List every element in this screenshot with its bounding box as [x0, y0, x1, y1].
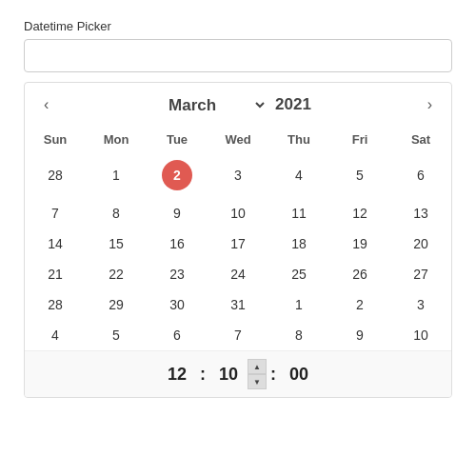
calendar-day: 7: [208, 320, 268, 350]
calendar-day[interactable]: 6: [390, 152, 451, 198]
calendar-day: 4: [25, 320, 86, 350]
calendar-day[interactable]: 28: [25, 289, 86, 320]
colon-1: :: [196, 365, 209, 385]
calendar-day[interactable]: 2: [147, 152, 208, 198]
calendar-day[interactable]: 27: [390, 259, 451, 289]
calendar-day[interactable]: 5: [329, 152, 390, 198]
picker-label: Datetime Picker: [24, 19, 452, 33]
calendar-day[interactable]: 31: [208, 289, 268, 320]
calendar-day: 10: [390, 320, 451, 350]
calendar-day[interactable]: 26: [329, 259, 390, 289]
year-display: 2021: [275, 95, 311, 114]
prev-month-button[interactable]: ‹: [36, 92, 56, 117]
weekday-tue: Tue: [147, 127, 208, 152]
minutes-group: 10 ▲ ▼: [209, 359, 267, 389]
calendar-day[interactable]: 19: [329, 228, 390, 259]
calendar-tbody: 2812345678910111213141516171819202122232…: [25, 152, 451, 350]
calendar-day[interactable]: 15: [86, 228, 147, 259]
calendar-day: 6: [147, 320, 208, 350]
calendar-day[interactable]: 21: [25, 259, 86, 289]
calendar-day: 9: [329, 320, 390, 350]
seconds-value: 00: [280, 365, 318, 385]
month-select[interactable]: JanuaryFebruaryMarchAprilMayJuneJulyAugu…: [165, 95, 268, 115]
calendar-row: 28123456: [25, 152, 451, 198]
calendar-day[interactable]: 18: [268, 228, 329, 259]
calendar-day[interactable]: 24: [208, 259, 268, 289]
weekday-row: SunMonTueWedThuFriSat: [25, 127, 451, 152]
calendar-day: 8: [268, 320, 329, 350]
datetime-input[interactable]: [24, 39, 452, 72]
next-month-button[interactable]: ›: [420, 92, 440, 117]
weekday-sat: Sat: [390, 127, 451, 152]
calendar-day: 5: [86, 320, 147, 350]
calendar-day[interactable]: 9: [147, 198, 208, 228]
calendar-day[interactable]: 12: [329, 198, 390, 228]
calendar-day[interactable]: 10: [208, 198, 268, 228]
calendar-row: 14151617181920: [25, 228, 451, 259]
calendar-day[interactable]: 22: [86, 259, 147, 289]
calendar-row: 21222324252627: [25, 259, 451, 289]
calendar-day: 2: [329, 289, 390, 320]
calendar-day: 28: [25, 152, 86, 198]
calendar-day[interactable]: 1: [86, 152, 147, 198]
calendar-day[interactable]: 17: [208, 228, 268, 259]
calendar-day: 3: [390, 289, 451, 320]
minutes-spinner: ▲ ▼: [248, 359, 267, 389]
calendar-table: SunMonTueWedThuFriSat 281234567891011121…: [25, 127, 451, 350]
calendar-day[interactable]: 4: [268, 152, 329, 198]
calendar-day[interactable]: 20: [390, 228, 451, 259]
weekday-mon: Mon: [86, 127, 147, 152]
calendar-thead: SunMonTueWedThuFriSat: [25, 127, 451, 152]
minutes-up-button[interactable]: ▲: [248, 359, 267, 374]
calendar-day: 1: [268, 289, 329, 320]
calendar-row: 28293031123: [25, 289, 451, 320]
calendar-day[interactable]: 7: [25, 198, 86, 228]
weekday-sun: Sun: [25, 127, 86, 152]
calendar-day[interactable]: 23: [147, 259, 208, 289]
calendar-row: 78910111213: [25, 198, 451, 228]
calendar-day[interactable]: 16: [147, 228, 208, 259]
weekday-thu: Thu: [268, 127, 329, 152]
calendar-day[interactable]: 30: [147, 289, 208, 320]
calendar-day[interactable]: 29: [86, 289, 147, 320]
datetime-picker: Datetime Picker ‹ JanuaryFebruaryMarchAp…: [24, 19, 452, 398]
time-section: 12 : 10 ▲ ▼ : 00: [25, 350, 451, 397]
hours-value: 12: [158, 365, 196, 385]
colon-2: :: [267, 365, 280, 385]
weekday-fri: Fri: [329, 127, 390, 152]
calendar-row: 45678910: [25, 320, 451, 350]
minutes-down-button[interactable]: ▼: [248, 374, 267, 389]
calendar-header: ‹ JanuaryFebruaryMarchAprilMayJuneJulyAu…: [25, 83, 451, 127]
weekday-wed: Wed: [208, 127, 268, 152]
minutes-value: 10: [209, 365, 248, 385]
calendar-day[interactable]: 14: [25, 228, 86, 259]
calendar-day[interactable]: 3: [208, 152, 268, 198]
calendar-day[interactable]: 8: [86, 198, 147, 228]
calendar-day[interactable]: 25: [268, 259, 329, 289]
selected-day-marker: 2: [162, 160, 192, 190]
calendar-day[interactable]: 13: [390, 198, 451, 228]
calendar-day[interactable]: 11: [268, 198, 329, 228]
calendar-wrapper: ‹ JanuaryFebruaryMarchAprilMayJuneJulyAu…: [24, 82, 452, 398]
